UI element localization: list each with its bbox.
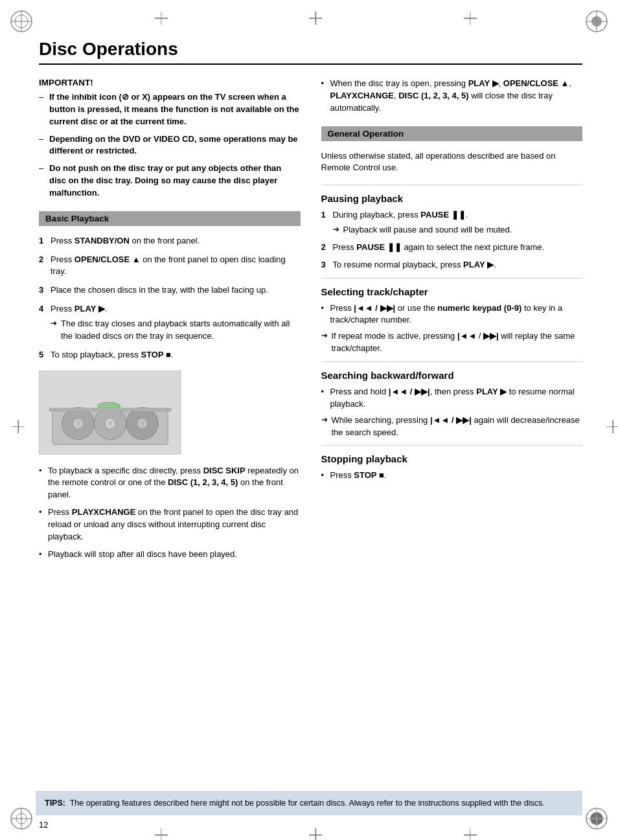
pausing-steps: 1 During playback, press PAUSE ❚❚. Playb… <box>321 209 583 271</box>
pause-step-1: 1 During playback, press PAUSE ❚❚. Playb… <box>321 209 583 236</box>
tips-label: TIPS: <box>45 799 65 808</box>
pausing-playback-title: Pausing playback <box>321 193 583 204</box>
stopping-title: Stopping playback <box>321 453 583 464</box>
tips-section: TIPS: The operating features described h… <box>36 791 582 815</box>
important-item-3: Do not push on the disc tray or put any … <box>39 163 301 199</box>
pause-step-2: 2 Press PAUSE ❚❚ again to select the nex… <box>321 242 583 254</box>
bullet-2: Press PLAYXCHANGE on the front panel to … <box>39 506 301 543</box>
pausing-playback-section: Pausing playback 1 During playback, pres… <box>321 185 583 271</box>
tips-text: The operating features described here mi… <box>70 799 545 808</box>
step-3: 3 Place the chosen discs in the tray, wi… <box>39 284 301 297</box>
selecting-track-bullets: Press |◄◄ / ▶▶| or use the numeric keypa… <box>321 302 583 327</box>
page-container: Disc Operations IMPORTANT! If the inhibi… <box>0 0 618 840</box>
general-operation-header: General Operation <box>321 126 583 141</box>
basic-playback-steps: 1 Press STANDBY/ON on the front panel. 2… <box>39 235 301 361</box>
left-column: IMPORTANT! If the inhibit icon (⊘ or X) … <box>39 78 301 565</box>
step-4-note: The disc tray closes and playback starts… <box>51 318 301 343</box>
step-5: 5 To stop playback, press STOP ■. <box>39 349 301 361</box>
disc-image <box>39 370 181 455</box>
search-bullet-1: Press and hold |◄◄ / ▶▶|, then press PLA… <box>321 386 583 411</box>
important-section: IMPORTANT! If the inhibit icon (⊘ or X) … <box>39 78 301 199</box>
important-label: IMPORTANT! <box>39 78 301 87</box>
two-column-layout: IMPORTANT! If the inhibit icon (⊘ or X) … <box>39 78 582 565</box>
step-4: 4 Press PLAY ▶. The disc tray closes and… <box>39 303 301 343</box>
selecting-track-title: Selecting track/chapter <box>321 286 583 297</box>
content-area: Disc Operations IMPORTANT! If the inhibi… <box>0 0 618 617</box>
svg-point-26 <box>141 421 144 425</box>
stopping-bullets: Press STOP ■. <box>321 470 583 482</box>
corner-decoration-br <box>580 802 613 835</box>
right-top-bullets: When the disc tray is open, pressing PLA… <box>321 78 583 115</box>
pause-step-3: 3 To resume normal playback, press PLAY … <box>321 259 583 271</box>
svg-rect-28 <box>49 408 171 411</box>
basic-playback-bullets: To playback a specific disc directly, pr… <box>39 465 301 561</box>
right-column: When the disc tray is open, pressing PLA… <box>321 78 583 565</box>
corner-decoration-bl <box>5 802 38 835</box>
page-number: 12 <box>39 820 48 830</box>
corner-decoration-tr <box>580 5 613 38</box>
searching-section: Searching backward/forward Press and hol… <box>321 361 583 438</box>
searching-title: Searching backward/forward <box>321 370 583 381</box>
general-operation-note: Unless otherwise stated, all operations … <box>321 150 583 175</box>
select-track-note: If repeat mode is active, pressing |◄◄ /… <box>321 330 583 355</box>
page-title: Disc Operations <box>39 39 582 65</box>
search-note: While searching, pressing |◄◄ / ▶▶| agai… <box>321 414 583 439</box>
searching-bullets: Press and hold |◄◄ / ▶▶|, then press PLA… <box>321 386 583 411</box>
stopping-section: Stopping playback Press STOP ■. <box>321 445 583 482</box>
step-2: 2 Press OPEN/CLOSE ▲ on the front panel … <box>39 254 301 278</box>
step-1: 1 Press STANDBY/ON on the front panel. <box>39 235 301 247</box>
bullet-1: To playback a specific disc directly, pr… <box>39 465 301 502</box>
important-item-2: Depending on the DVD or VIDEO CD, some o… <box>39 133 301 158</box>
right-top-bullet-1: When the disc tray is open, pressing PLA… <box>321 78 583 115</box>
bullet-3: Playback will stop after all discs have … <box>39 549 301 561</box>
select-bullet-1: Press |◄◄ / ▶▶| or use the numeric keypa… <box>321 302 583 327</box>
pause-step-1-note: Playback will pause and sound will be mu… <box>333 224 583 236</box>
important-item-1: If the inhibit icon (⊘ or X) appears on … <box>39 91 301 128</box>
selecting-track-section: Selecting track/chapter Press |◄◄ / ▶▶| … <box>321 278 583 355</box>
svg-point-23 <box>108 421 112 425</box>
important-list: If the inhibit icon (⊘ or X) appears on … <box>39 91 301 199</box>
corner-decoration-tl <box>5 5 38 38</box>
basic-playback-header: Basic Playback <box>39 211 301 226</box>
svg-point-20 <box>76 421 80 425</box>
stop-bullet-1: Press STOP ■. <box>321 470 583 482</box>
